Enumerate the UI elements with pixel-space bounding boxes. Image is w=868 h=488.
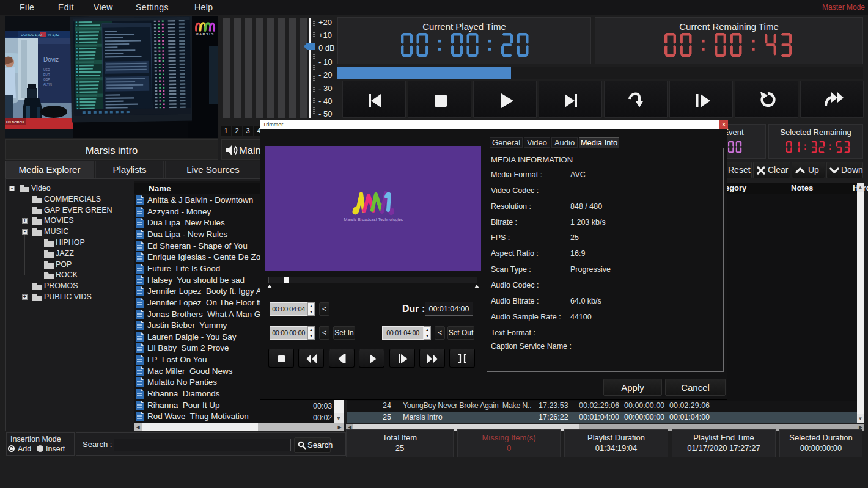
svg-text:EUR: EUR: [43, 73, 50, 76]
svg-text:MARSIS: MARSIS: [196, 32, 215, 36]
svg-text:USD: USD: [43, 68, 50, 71]
svg-text:DOHOL 1,39: DOHOL 1,39: [21, 33, 42, 37]
svg-text:UN BORCU: UN BORCU: [6, 120, 24, 124]
svg-text:Döviz: Döviz: [43, 56, 59, 63]
svg-text:ALTIN: ALTIN: [43, 82, 52, 86]
svg-text:%-1,82: %-1,82: [48, 33, 60, 37]
svg-text:GBP: GBP: [43, 78, 50, 81]
svg-text:Marsis Broadcast Technologies: Marsis Broadcast Technologies: [344, 217, 403, 222]
